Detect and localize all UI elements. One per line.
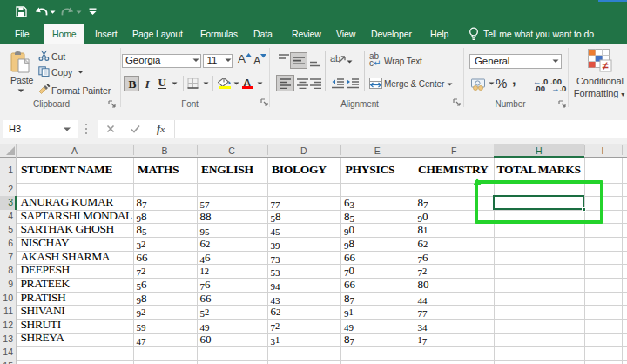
svg-text:≠: ≠: [603, 59, 609, 72]
